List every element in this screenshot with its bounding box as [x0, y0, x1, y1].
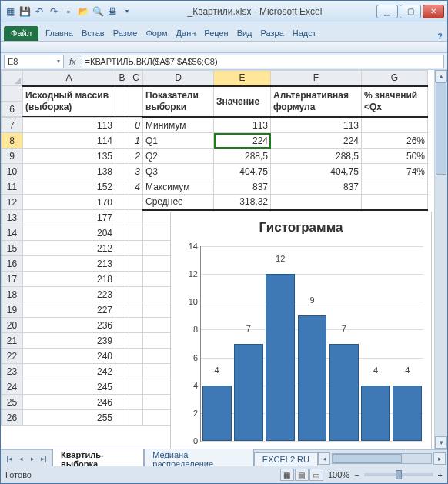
cell[interactable]: [129, 287, 143, 302]
cell[interactable]: Q3: [143, 164, 214, 179]
save-icon[interactable]: 💾: [18, 5, 31, 18]
cell[interactable]: Среднее: [143, 195, 214, 210]
cell[interactable]: [129, 302, 143, 318]
name-box[interactable]: E8 ▾: [4, 55, 64, 68]
cell[interactable]: [115, 256, 129, 272]
qat-dropdown-icon[interactable]: ▾: [121, 5, 133, 18]
cell[interactable]: 242: [23, 364, 115, 379]
cell[interactable]: 288,5: [271, 149, 362, 164]
row-header[interactable]: 17: [2, 272, 23, 287]
tab-first-icon[interactable]: |◂: [4, 453, 15, 464]
zoom-slider[interactable]: [364, 473, 433, 476]
cell[interactable]: 0: [129, 118, 143, 133]
cell[interactable]: 74%: [362, 164, 428, 179]
cell[interactable]: Значение: [214, 86, 271, 117]
minimize-button[interactable]: ▁: [376, 5, 398, 18]
row-header[interactable]: 20: [2, 318, 23, 333]
ribbon-tab[interactable]: Надст: [289, 26, 320, 41]
cell[interactable]: [115, 118, 129, 133]
cell[interactable]: 404,75: [271, 164, 362, 179]
col-header[interactable]: C: [129, 71, 143, 86]
col-header[interactable]: E: [214, 71, 271, 86]
cell[interactable]: [115, 272, 129, 287]
hscroll-thumb[interactable]: [333, 454, 402, 463]
vertical-scrollbar[interactable]: ▴ ▾: [434, 70, 447, 449]
cell[interactable]: 288,5: [214, 149, 271, 164]
cell[interactable]: [362, 179, 428, 195]
cell[interactable]: 236: [23, 318, 115, 333]
row-header[interactable]: 22: [2, 349, 23, 364]
col-header[interactable]: B: [115, 71, 129, 86]
cell[interactable]: [129, 349, 143, 364]
cell[interactable]: [129, 195, 143, 210]
cell[interactable]: 224: [271, 133, 362, 149]
cell[interactable]: [115, 133, 129, 149]
cell[interactable]: [129, 364, 143, 379]
cell[interactable]: [129, 379, 143, 395]
cell[interactable]: [129, 272, 143, 287]
cell[interactable]: Q1: [143, 133, 214, 149]
cell[interactable]: 177: [23, 210, 115, 225]
cell[interactable]: 246: [23, 395, 115, 410]
fx-icon[interactable]: fx: [66, 57, 79, 66]
cell[interactable]: 113: [23, 118, 115, 133]
cell[interactable]: [362, 118, 428, 133]
horizontal-scrollbar[interactable]: ◂ ▸: [318, 452, 447, 465]
scroll-track[interactable]: [435, 82, 447, 436]
cell[interactable]: 837: [214, 179, 271, 195]
cell[interactable]: 240: [23, 349, 115, 364]
cell[interactable]: Минимум: [143, 118, 214, 133]
row-header[interactable]: 26: [2, 410, 23, 426]
cell[interactable]: [129, 241, 143, 256]
col-header[interactable]: G: [362, 71, 428, 86]
cell[interactable]: 152: [23, 179, 115, 195]
cell[interactable]: [115, 195, 129, 210]
cell[interactable]: [115, 287, 129, 302]
cell[interactable]: 227: [23, 302, 115, 318]
cell[interactable]: % значений <Qx: [362, 86, 428, 117]
ribbon-tab[interactable]: Главна: [42, 26, 77, 41]
cell[interactable]: [129, 318, 143, 333]
cell[interactable]: 239: [23, 333, 115, 349]
cell[interactable]: 170: [23, 195, 115, 210]
cell[interactable]: [362, 195, 428, 210]
cell[interactable]: [129, 210, 143, 225]
zoom-in-button[interactable]: +: [438, 470, 443, 479]
cell[interactable]: Исходный массив (выборка): [23, 86, 115, 117]
view-break-icon[interactable]: ▭: [309, 469, 323, 481]
cell[interactable]: 255: [23, 410, 115, 426]
row-header[interactable]: 12: [2, 195, 23, 210]
row-header[interactable]: 18: [2, 287, 23, 302]
cell[interactable]: [115, 164, 129, 179]
row-header[interactable]: 13: [2, 210, 23, 225]
cell[interactable]: [115, 149, 129, 164]
col-header[interactable]: A: [23, 71, 115, 86]
cell[interactable]: [115, 318, 129, 333]
cell[interactable]: 113: [271, 118, 362, 133]
tab-prev-icon[interactable]: ◂: [15, 453, 26, 464]
cell[interactable]: [129, 395, 143, 410]
cell[interactable]: [115, 302, 129, 318]
view-normal-icon[interactable]: ▦: [280, 469, 294, 481]
cell[interactable]: 138: [23, 164, 115, 179]
tab-next-icon[interactable]: ▸: [27, 453, 38, 464]
hscroll-track[interactable]: [332, 453, 432, 464]
row-header[interactable]: 8: [2, 133, 23, 149]
maximize-button[interactable]: ▢: [400, 5, 421, 18]
row-header[interactable]: 6: [2, 102, 23, 117]
view-layout-icon[interactable]: ▤: [295, 469, 309, 481]
cell[interactable]: Q2: [143, 149, 214, 164]
cell[interactable]: 50%: [362, 149, 428, 164]
cell[interactable]: 212: [23, 241, 115, 256]
cell[interactable]: [115, 210, 129, 225]
redo-icon[interactable]: ↷: [48, 5, 60, 18]
quick-print-icon[interactable]: 🖶: [106, 5, 119, 18]
cell[interactable]: 135: [23, 149, 115, 164]
cell[interactable]: 114: [23, 133, 115, 149]
cell[interactable]: 3: [129, 164, 143, 179]
cell[interactable]: [129, 256, 143, 272]
cell[interactable]: 318,32: [214, 195, 271, 210]
row-header[interactable]: 16: [2, 256, 23, 272]
zoom-out-button[interactable]: −: [354, 470, 359, 479]
row-header[interactable]: 25: [2, 395, 23, 410]
